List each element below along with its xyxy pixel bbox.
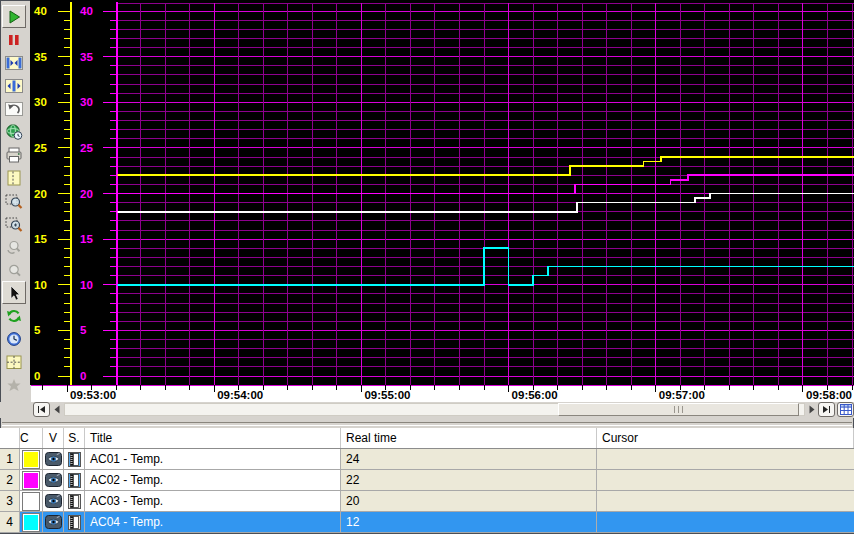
table-row-3[interactable]: 3AC03 - Temp.20 <box>0 491 854 512</box>
undo-zoom-icon <box>4 238 24 256</box>
scale-cell[interactable] <box>64 491 85 511</box>
original-view-button <box>2 258 26 281</box>
table-row-4[interactable]: 4AC04 - Temp.12 <box>0 512 854 533</box>
go-to-start-icon <box>37 405 46 414</box>
report-page-icon <box>4 169 24 187</box>
time-axis-strip <box>31 385 854 402</box>
axis-tick-label: 0 <box>34 370 40 382</box>
cursor-value <box>597 512 854 532</box>
color-cell <box>20 470 43 490</box>
pause-button[interactable] <box>2 28 26 51</box>
stats-button <box>2 373 26 396</box>
table-row-2[interactable]: 2AC02 - Temp.22 <box>0 470 854 491</box>
report-page-button[interactable] <box>2 166 26 189</box>
row-number: 3 <box>0 491 20 511</box>
axis-tick-label: 0 <box>80 370 86 382</box>
trend-color-swatch <box>22 450 40 469</box>
separator <box>2 422 852 426</box>
eye-icon <box>45 515 62 529</box>
column-header-Title: Title <box>85 428 341 448</box>
column-header-S.: S. <box>64 428 85 448</box>
scale-cell[interactable] <box>64 449 85 469</box>
zoom-area-icon <box>4 192 24 210</box>
axis-tick-label: 15 <box>34 233 47 245</box>
trend-title: AC04 - Temp. <box>85 512 341 532</box>
go-to-end-button[interactable] <box>818 402 835 417</box>
go-to-start-button[interactable] <box>33 402 50 417</box>
column-header-V: V <box>43 428 64 448</box>
visibility-cell[interactable] <box>43 449 64 469</box>
visibility-cell[interactable] <box>43 491 64 511</box>
scroll-left-button[interactable] <box>52 405 61 414</box>
visibility-cell[interactable] <box>43 512 64 532</box>
trend-title: AC03 - Temp. <box>85 491 341 511</box>
real-time-value: 12 <box>341 512 597 532</box>
real-time-value: 20 <box>341 491 597 511</box>
refresh-button[interactable] <box>2 304 26 327</box>
select-time-range-button[interactable] <box>2 120 26 143</box>
scrollbar-grip-icon <box>674 406 683 413</box>
pause-icon <box>4 31 24 49</box>
scale-cell[interactable] <box>64 470 85 490</box>
time-base-icon <box>4 330 24 348</box>
axis-tick-label: 5 <box>80 324 87 336</box>
time-tick-label: 09:55:00 <box>364 389 410 401</box>
axis-tick-label: 15 <box>80 233 93 245</box>
trend-color-swatch <box>22 471 40 490</box>
color-cell <box>20 491 43 511</box>
table-row-1[interactable]: 1AC01 - Temp.24 <box>0 449 854 470</box>
plot-background <box>30 0 854 385</box>
trend-table: CVS.TitleReal timeCursor1AC01 - Temp.242… <box>0 428 854 533</box>
axis-tick-label: 40 <box>80 5 93 17</box>
expand-time-axis-button[interactable] <box>2 74 26 97</box>
time-scrollbar <box>0 402 854 418</box>
print-button[interactable] <box>2 143 26 166</box>
coordinate-crosshair-button[interactable] <box>2 350 26 373</box>
start-button[interactable] <box>2 5 26 28</box>
zoom-plus-minus-icon <box>4 215 24 233</box>
cursor-value <box>597 470 854 490</box>
axis-tick-label: 30 <box>34 96 47 108</box>
eye-icon <box>45 473 62 487</box>
zoom-plus-minus-button[interactable] <box>2 212 26 235</box>
scale-icon <box>68 515 81 530</box>
select-time-range-icon <box>4 123 24 141</box>
scrollbar-thumb[interactable] <box>558 403 799 416</box>
scroll-right-button[interactable] <box>807 405 816 414</box>
scale-icon <box>68 452 81 467</box>
real-time-value: 24 <box>341 449 597 469</box>
scale-cell[interactable] <box>64 512 85 532</box>
compress-time-axis-button[interactable] <box>2 51 26 74</box>
axis-tick-label: 35 <box>80 51 93 63</box>
real-time-value: 22 <box>341 470 597 490</box>
zoom-area-button[interactable] <box>2 189 26 212</box>
undo-zoom-button <box>2 235 26 258</box>
time-tick-label: 09:58:00 <box>806 389 852 401</box>
visibility-cell[interactable] <box>43 470 64 490</box>
axis-tick-label: 10 <box>34 279 47 291</box>
toolbar <box>0 0 28 402</box>
row-number: 1 <box>0 449 20 469</box>
axis-tick-label: 5 <box>34 324 41 336</box>
trend-chart[interactable]: 0510152025303540051015202530354009:53:00… <box>28 0 854 402</box>
axis-tick-label: 20 <box>34 188 47 200</box>
toggle-table-button[interactable] <box>837 402 854 417</box>
undo-icon <box>4 100 24 118</box>
select-cursor-button[interactable] <box>2 281 26 304</box>
trend-color-swatch <box>22 492 40 511</box>
trend-control-window: 0510152025303540051015202530354009:53:00… <box>0 0 854 534</box>
time-base-button[interactable] <box>2 327 26 350</box>
column-header-C: C <box>20 428 43 448</box>
table-header-row: CVS.TitleReal timeCursor <box>0 428 854 449</box>
eye-icon <box>45 452 62 466</box>
row-number: 4 <box>0 512 20 532</box>
scroll-right-icon <box>808 405 816 414</box>
scale-icon <box>68 473 81 488</box>
cursor-value <box>597 491 854 511</box>
time-tick-label: 09:54:00 <box>217 389 263 401</box>
trend-title: AC01 - Temp. <box>85 449 341 469</box>
undo-button[interactable] <box>2 97 26 120</box>
go-to-end-icon <box>822 405 831 414</box>
scroll-left-icon <box>53 405 61 414</box>
time-tick-label: 09:57:00 <box>659 389 705 401</box>
